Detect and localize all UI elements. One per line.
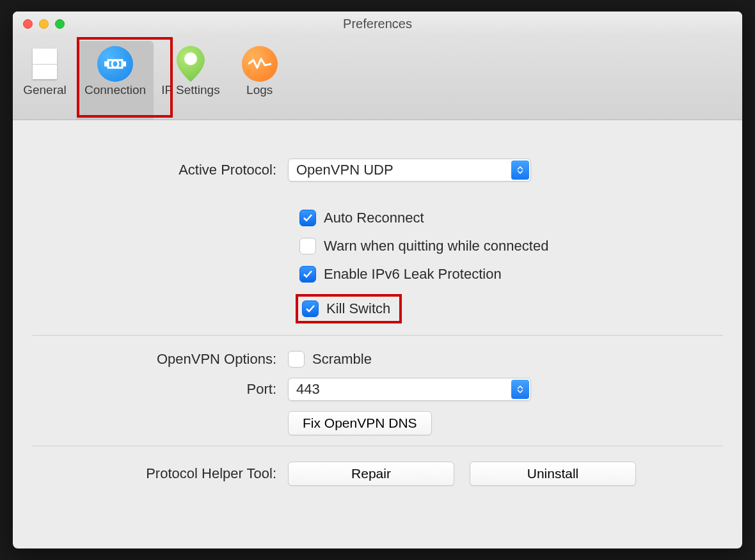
uninstall-label: Uninstall <box>527 466 579 481</box>
active-protocol-value: OpenVPN UDP <box>296 162 393 178</box>
tab-general[interactable]: General <box>13 41 77 120</box>
row-warn-quit: Warn when quitting while connected <box>299 238 723 254</box>
general-icon <box>26 45 64 83</box>
auto-reconnect-label: Auto Reconnect <box>324 210 424 226</box>
kill-switch-label: Kill Switch <box>326 300 390 317</box>
fix-openvpn-dns-button[interactable]: Fix OpenVPN DNS <box>288 411 432 435</box>
ip-settings-icon <box>171 45 210 83</box>
port-value: 443 <box>296 381 320 398</box>
warn-quit-label: Warn when quitting while connected <box>324 238 548 254</box>
row-fix-dns: Fix OpenVPN DNS <box>32 411 723 435</box>
divider-1 <box>32 335 723 336</box>
row-kill-switch: Kill Switch <box>296 294 723 323</box>
preferences-window: Preferences General Connection <box>13 12 742 548</box>
scramble-label: Scramble <box>312 351 372 368</box>
titlebar: Preferences <box>13 12 742 37</box>
row-ipv6-leak: Enable IPv6 Leak Protection <box>299 266 723 283</box>
auto-reconnect-checkbox[interactable] <box>299 210 316 226</box>
tab-ip-settings[interactable]: IP Settings <box>154 41 228 120</box>
ipv6-leak-label: Enable IPv6 Leak Protection <box>324 266 502 283</box>
annotation-highlight-kill-switch: Kill Switch <box>296 294 402 323</box>
uninstall-button[interactable]: Uninstall <box>470 462 636 486</box>
connection-icon <box>96 45 134 83</box>
tab-ip-settings-label: IP Settings <box>161 83 220 97</box>
select-arrows-icon <box>511 160 529 180</box>
logs-icon <box>241 45 279 83</box>
kill-switch-checkbox[interactable] <box>302 300 319 317</box>
window-title: Preferences <box>13 17 742 31</box>
row-openvpn-options: OpenVPN Options: Scramble <box>32 351 723 368</box>
repair-label: Repair <box>351 466 391 481</box>
tab-logs[interactable]: Logs <box>228 41 292 120</box>
content: Active Protocol: OpenVPN UDP Auto Reconn… <box>13 120 742 548</box>
port-select[interactable]: 443 <box>288 378 531 401</box>
warn-quit-checkbox[interactable] <box>299 238 316 254</box>
fix-dns-label: Fix OpenVPN DNS <box>303 416 417 431</box>
scramble-checkbox[interactable] <box>288 351 305 368</box>
tab-general-label: General <box>23 83 67 97</box>
ipv6-leak-checkbox[interactable] <box>299 266 316 283</box>
repair-button[interactable]: Repair <box>288 462 454 486</box>
tab-connection-label: Connection <box>84 83 146 97</box>
port-label: Port: <box>32 381 288 398</box>
tab-connection[interactable]: Connection <box>77 41 154 120</box>
row-port: Port: 443 <box>32 378 723 401</box>
row-auto-reconnect: Auto Reconnect <box>299 210 723 226</box>
divider-2 <box>32 446 723 446</box>
openvpn-options-label: OpenVPN Options: <box>32 351 288 368</box>
helper-tool-label: Protocol Helper Tool: <box>32 465 288 482</box>
active-protocol-select[interactable]: OpenVPN UDP <box>288 159 531 182</box>
toolbar: General Connection IP Settings <box>13 37 742 120</box>
tab-logs-label: Logs <box>246 83 273 97</box>
active-protocol-label: Active Protocol: <box>32 162 288 178</box>
row-active-protocol: Active Protocol: OpenVPN UDP <box>32 159 723 182</box>
row-helper-tool: Protocol Helper Tool: Repair Uninstall <box>32 462 723 486</box>
select-arrows-icon <box>511 380 529 399</box>
